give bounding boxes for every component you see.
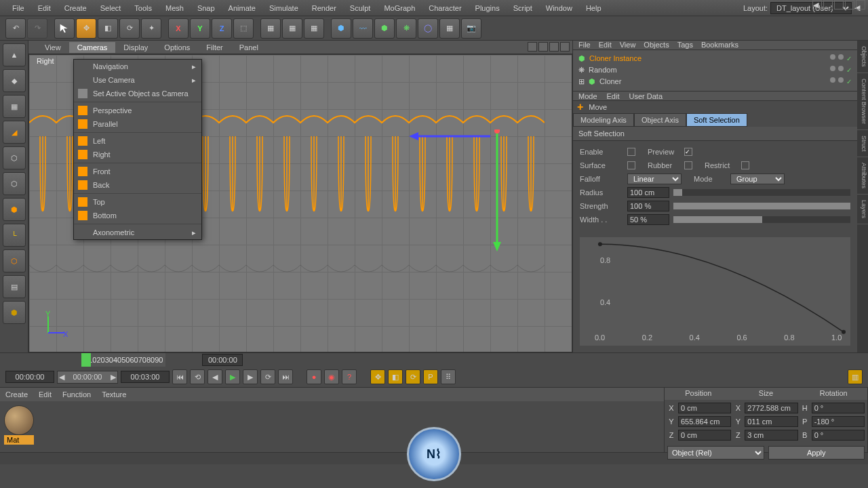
view-menu-filter[interactable]: Filter — [198, 42, 231, 53]
undo-button[interactable]: ↶ — [5, 18, 26, 39]
camera-parallel[interactable]: Parallel — [74, 117, 201, 131]
search-icon[interactable] — [834, 0, 844, 9]
menu-tools[interactable]: Tools — [127, 1, 159, 15]
obj-menu-file[interactable]: File — [578, 41, 591, 49]
view-pan-icon[interactable] — [528, 42, 537, 52]
size-y-input[interactable] — [745, 416, 797, 427]
back-icon[interactable]: ◀ — [812, 0, 822, 9]
tab-object-axis[interactable]: Object Axis — [634, 113, 686, 127]
texture-mode-button[interactable]: ▦ — [3, 95, 26, 118]
obj-menu-view[interactable]: View — [620, 41, 636, 49]
apply-button[interactable]: Apply — [768, 446, 865, 460]
menu-plugins[interactable]: Plugins — [469, 1, 507, 15]
surface-checkbox[interactable] — [627, 161, 635, 169]
next-key-button[interactable]: ⟳ — [260, 369, 275, 384]
axis-mode-button[interactable]: └ — [3, 224, 26, 247]
move-tool[interactable]: ✥ — [76, 18, 96, 39]
menu-mesh[interactable]: Mesh — [159, 1, 191, 15]
menu-script[interactable]: Script — [507, 1, 539, 15]
lock-button[interactable]: ⬢ — [3, 301, 26, 324]
menu-mograph[interactable]: MoGraph — [377, 1, 422, 15]
scale-tool[interactable]: ◧ — [98, 18, 118, 39]
rot-b-input[interactable] — [812, 430, 865, 441]
animation-layout-button[interactable]: ▥ — [848, 369, 863, 384]
menu-animate[interactable]: Animate — [222, 1, 262, 15]
primitive-button[interactable]: ⬢ — [331, 18, 351, 39]
end-frame-input[interactable] — [121, 371, 170, 383]
pos-z-input[interactable] — [678, 430, 731, 441]
prev-frame-button[interactable]: ◀ — [208, 369, 222, 384]
range-start[interactable]: 00:00:00 — [64, 373, 111, 381]
timecode-display[interactable] — [202, 354, 243, 366]
lock-icon[interactable] — [845, 0, 854, 9]
view-menu-display[interactable]: Display — [115, 42, 156, 53]
preview-checkbox[interactable] — [684, 148, 692, 156]
view-menu-panel[interactable]: Panel — [231, 42, 267, 53]
keyoptions-button[interactable]: ? — [342, 369, 357, 384]
size-z-input[interactable] — [745, 430, 797, 441]
rot-p-input[interactable] — [812, 416, 865, 427]
menu-create[interactable]: Create — [58, 1, 94, 15]
menu-simulate[interactable]: Simulate — [262, 1, 305, 15]
new-icon[interactable] — [856, 0, 865, 9]
goto-start-button[interactable]: ⏮ — [172, 369, 187, 384]
expand-icon[interactable]: ⊞ — [578, 77, 585, 86]
pos-y-input[interactable] — [678, 416, 731, 427]
view-menu-view[interactable]: View — [37, 42, 69, 53]
prev-key-button[interactable]: ⟲ — [190, 369, 205, 384]
obj-menu-bookmarks[interactable]: Bookmarks — [701, 41, 738, 49]
menu-sculpt[interactable]: Sculpt — [343, 1, 378, 15]
camera-set-active[interactable]: Set Active Object as Camera — [74, 87, 201, 100]
camera-front[interactable]: Front — [74, 165, 201, 178]
render-pv-button[interactable]: ▦ — [282, 18, 302, 39]
camera-use-camera[interactable]: Use Camera — [74, 73, 201, 87]
render-settings-button[interactable]: ▦ — [304, 18, 324, 39]
object-item[interactable]: ⬢ Cloner Instance — [576, 53, 854, 64]
select-tool[interactable] — [54, 18, 75, 39]
falloff-select[interactable]: Linear — [627, 174, 682, 184]
tab-modeling-axis[interactable]: Modeling Axis — [573, 113, 634, 127]
y-axis-arrow-icon[interactable] — [490, 129, 504, 251]
menu-render[interactable]: Render — [305, 1, 343, 15]
redo-button[interactable]: ↷ — [27, 18, 47, 39]
generator-button[interactable]: ⬢ — [374, 18, 395, 39]
next-frame-button[interactable]: ▶ — [243, 369, 258, 384]
z-axis-arrow-icon[interactable] — [409, 129, 490, 143]
last-tool[interactable]: ✦ — [141, 18, 161, 39]
camera-axonometric[interactable]: Axonometric — [74, 226, 201, 239]
view-layout-icon[interactable] — [560, 42, 570, 52]
size-x-input[interactable] — [745, 403, 797, 413]
camera-bottom[interactable]: Bottom — [74, 209, 201, 222]
key-pla-button[interactable]: ⠿ — [441, 369, 456, 384]
object-list[interactable]: ⬢ Cloner Instance ❋ Random ⊞ ⬢ Cloner — [573, 50, 857, 92]
pos-x-input[interactable] — [678, 403, 731, 413]
mode-select[interactable]: Group — [730, 174, 785, 184]
play-button[interactable]: ▶ — [225, 369, 240, 384]
coord-sys-button[interactable]: ⬚ — [233, 18, 254, 39]
menu-edit[interactable]: Edit — [31, 1, 58, 15]
radius-input[interactable] — [627, 187, 669, 198]
strength-input[interactable] — [627, 201, 669, 211]
make-editable-button[interactable]: ▲ — [3, 43, 26, 66]
key-param-button[interactable]: P — [423, 369, 438, 384]
workplane2-button[interactable]: ▤ — [3, 275, 26, 298]
attr-edit[interactable]: Edit — [607, 92, 620, 100]
x-axis-toggle[interactable]: X — [168, 18, 189, 39]
snap-toggle-button[interactable]: ⬡ — [3, 249, 26, 272]
deformer-button[interactable]: ◯ — [418, 18, 438, 39]
environment-button[interactable]: ▦ — [439, 18, 460, 39]
coord-mode-select[interactable]: Object (Rel) — [667, 446, 764, 460]
y-axis-toggle[interactable]: Y — [190, 18, 210, 39]
autokey-button[interactable]: ◉ — [324, 369, 339, 384]
width-input[interactable] — [627, 214, 669, 225]
material-item[interactable]: Mat — [4, 405, 34, 445]
radius-slider[interactable] — [673, 189, 850, 196]
obj-menu-objects[interactable]: Objects — [644, 41, 669, 49]
edge-mode-button[interactable]: ⬡ — [3, 172, 26, 195]
goto-end-button[interactable]: ⏭ — [278, 369, 293, 384]
camera-right[interactable]: Right — [74, 148, 201, 161]
menu-help[interactable]: Help — [579, 1, 608, 15]
visible-check-icon[interactable] — [846, 66, 852, 74]
point-mode-button[interactable]: ⬡ — [3, 146, 26, 169]
camera-button[interactable]: 📷 — [461, 18, 481, 39]
